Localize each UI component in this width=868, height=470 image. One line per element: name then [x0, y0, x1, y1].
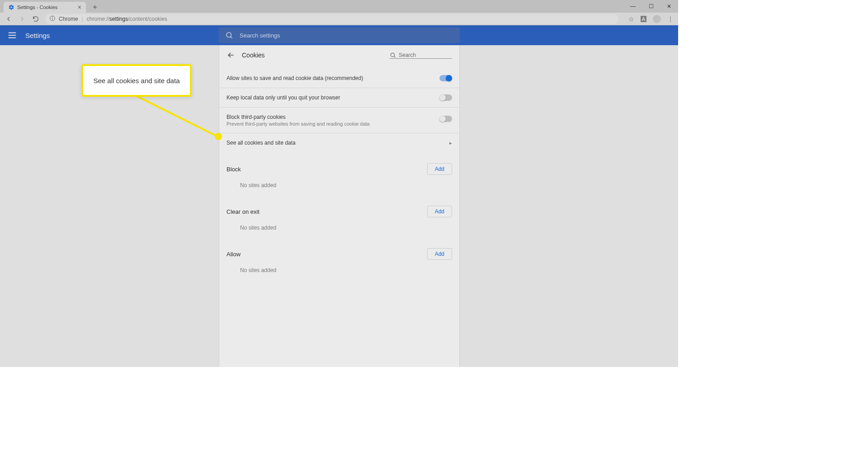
- browser-toolbar: ⓘ Chrome | chrome://settings/content/coo…: [0, 13, 678, 25]
- search-settings-box[interactable]: Search settings: [219, 28, 460, 43]
- close-button[interactable]: ✕: [660, 0, 678, 13]
- browser-tab[interactable]: Settings - Cookies ×: [4, 2, 86, 13]
- section-block: Block Add: [219, 152, 459, 178]
- add-block-button[interactable]: Add: [427, 163, 452, 175]
- new-tab-button[interactable]: +: [90, 2, 100, 13]
- back-arrow-icon[interactable]: [226, 51, 236, 60]
- profile-avatar[interactable]: [653, 15, 661, 23]
- page-title: Cookies: [242, 52, 265, 59]
- add-clear-button[interactable]: Add: [427, 206, 452, 217]
- toggle-block-third[interactable]: [439, 116, 452, 122]
- tab-close-icon[interactable]: ×: [78, 4, 81, 11]
- maximize-button[interactable]: ☐: [642, 0, 660, 13]
- menu-icon[interactable]: ⋮: [667, 15, 674, 23]
- tab-title: Settings - Cookies: [17, 5, 57, 10]
- svg-point-5: [391, 53, 394, 56]
- reload-button[interactable]: [32, 15, 40, 23]
- annotation-dot: [215, 133, 222, 140]
- section-allow: Allow Add: [219, 237, 459, 263]
- search-cookies-input[interactable]: [399, 52, 444, 58]
- toolbar-actions: ☆ A ⋮: [628, 15, 674, 23]
- row-block-third[interactable]: Block third-party cookies Prevent third-…: [219, 107, 459, 133]
- back-button[interactable]: [5, 15, 13, 23]
- svg-line-6: [394, 56, 396, 57]
- extension-icon[interactable]: A: [641, 16, 646, 22]
- search-cookies[interactable]: [390, 52, 452, 59]
- row-see-all-cookies[interactable]: See all cookies and site data ▸: [219, 133, 459, 152]
- row-keep-local[interactable]: Keep local data only until you quit your…: [219, 88, 459, 107]
- allow-empty: No sites added: [219, 263, 459, 280]
- settings-header: Settings Search settings: [0, 25, 678, 45]
- address-bar[interactable]: ⓘ Chrome | chrome://settings/content/coo…: [45, 14, 618, 24]
- add-allow-button[interactable]: Add: [427, 248, 452, 260]
- block-empty: No sites added: [219, 178, 459, 195]
- menu-hamburger-icon[interactable]: [7, 30, 17, 40]
- forward-button[interactable]: [18, 15, 26, 23]
- card-header: Cookies: [219, 45, 459, 65]
- settings-card: Cookies Allow sites to save and read coo…: [219, 45, 460, 367]
- annotation-callout: See all cookies and site data: [81, 64, 192, 97]
- window-controls: — ☐ ✕: [624, 0, 678, 13]
- bookmark-icon[interactable]: ☆: [628, 15, 634, 23]
- minimize-button[interactable]: —: [624, 0, 642, 13]
- chrome-label: Chrome: [59, 16, 78, 22]
- search-placeholder: Search settings: [240, 32, 280, 39]
- settings-favicon: [8, 4, 14, 10]
- chevron-right-icon: ▸: [449, 140, 452, 146]
- toggle-keep-local[interactable]: [439, 94, 452, 101]
- svg-line-4: [231, 37, 232, 38]
- row-allow-sites[interactable]: Allow sites to save and read cookie data…: [219, 69, 459, 88]
- clear-empty: No sites added: [219, 220, 459, 237]
- toggle-allow-sites[interactable]: [439, 75, 452, 81]
- section-clear-on-exit: Clear on exit Add: [219, 195, 459, 220]
- tab-bar: Settings - Cookies × + — ☐ ✕: [0, 0, 678, 13]
- settings-title: Settings: [25, 32, 50, 39]
- svg-point-3: [226, 33, 231, 38]
- site-info-icon[interactable]: ⓘ: [50, 15, 55, 23]
